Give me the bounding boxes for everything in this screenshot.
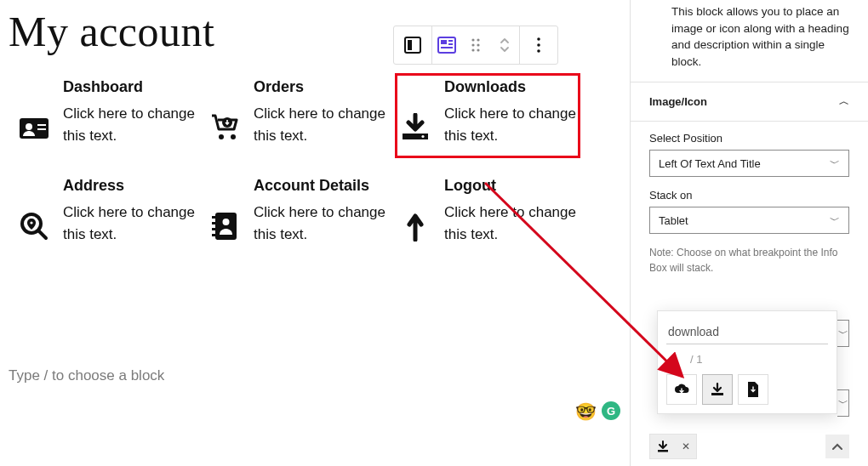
svg-point-24 <box>477 38 479 41</box>
map-search-icon <box>17 209 51 243</box>
info-box-desc: Click here to change this text. <box>63 202 196 247</box>
stack-on-value: Tablet <box>659 214 688 227</box>
info-box-title: Account Details <box>254 177 386 195</box>
info-box-dashboard[interactable]: Dashboard Click here to change this text… <box>17 78 196 148</box>
info-box-desc: Click here to change this text. <box>254 103 386 148</box>
info-box-title: Address <box>63 177 196 195</box>
selected-icon-row: ✕ <box>649 434 849 459</box>
chevron-down-icon: ﹀ <box>830 213 840 228</box>
panel-image-icon-header[interactable]: Image/Icon ︿ <box>631 82 868 122</box>
toolbar-infobox-button[interactable] <box>432 26 461 64</box>
select-position-value: Left Of Text And Title <box>659 157 761 170</box>
chevron-down-icon: ﹀ <box>830 156 840 171</box>
nerd-face-icon[interactable]: 🤓 <box>575 401 597 422</box>
cart-download-icon <box>208 111 242 145</box>
info-box-desc: Click here to change this text. <box>444 202 577 247</box>
download-icon <box>398 111 432 145</box>
info-box-title: Dashboard <box>63 78 196 96</box>
block-toolbar <box>393 26 558 65</box>
svg-point-31 <box>537 49 540 53</box>
icon-option-download[interactable] <box>702 374 733 405</box>
block-inserter-placeholder[interactable]: Type / to choose a block <box>9 367 164 384</box>
stack-on-dropdown[interactable]: Tablet ﹀ <box>649 207 849 234</box>
select-position-dropdown[interactable]: Left Of Text And Title ﹀ <box>649 150 849 177</box>
contact-book-icon <box>208 209 242 243</box>
remove-icon-button[interactable]: ✕ <box>676 434 696 459</box>
assistant-badges: 🤓 G <box>575 401 620 422</box>
info-box-logout[interactable]: Logout Click here to change this text. <box>398 177 577 247</box>
editor-canvas: My account Dashboard Click here to chang… <box>0 0 628 466</box>
svg-rect-20 <box>448 40 453 42</box>
svg-rect-12 <box>212 222 215 224</box>
svg-rect-14 <box>212 234 215 236</box>
icon-picker-pagination: / 1 <box>666 350 828 374</box>
svg-rect-32 <box>658 450 668 452</box>
selected-icon-chip: ✕ <box>649 434 697 459</box>
block-description: This block allows you to place an image … <box>631 0 868 82</box>
id-card-icon <box>17 111 51 145</box>
stack-on-label: Stack on <box>649 189 849 202</box>
svg-rect-11 <box>212 216 215 219</box>
info-box-desc: Click here to change this text. <box>63 103 196 148</box>
svg-rect-22 <box>441 47 453 48</box>
info-box-desc: Click here to change this text. <box>254 202 386 247</box>
svg-rect-10 <box>215 213 237 240</box>
svg-rect-2 <box>37 124 46 126</box>
svg-rect-16 <box>405 37 420 53</box>
svg-point-26 <box>477 43 479 46</box>
svg-point-9 <box>30 221 32 224</box>
chevron-down-icon: ﹀ <box>838 396 848 411</box>
svg-point-15 <box>223 219 230 225</box>
info-box-grid: Dashboard Click here to change this text… <box>17 78 620 246</box>
icon-option-file-download[interactable] <box>738 374 768 405</box>
stack-on-note: Note: Choose on what breakpoint the Info… <box>649 246 849 276</box>
panel-title: Image/Icon <box>649 95 707 108</box>
svg-point-5 <box>231 134 236 139</box>
info-box-downloads[interactable]: Downloads Click here to change this text… <box>397 75 579 156</box>
svg-rect-33 <box>711 393 723 395</box>
info-box-orders[interactable]: Orders Click here to change this text. <box>208 78 386 148</box>
svg-point-25 <box>471 43 474 46</box>
hidden-select-1[interactable]: ﹀ <box>837 320 849 347</box>
chevron-up-icon: ︿ <box>839 94 849 109</box>
svg-point-30 <box>537 43 540 47</box>
svg-rect-21 <box>448 43 453 45</box>
icon-option-cloud-download[interactable] <box>666 374 697 405</box>
info-box-title: Logout <box>444 177 577 195</box>
scroll-up-button[interactable] <box>825 435 849 458</box>
svg-point-4 <box>219 134 224 139</box>
info-box-address[interactable]: Address Click here to change this text. <box>17 177 196 247</box>
svg-rect-3 <box>37 128 46 130</box>
icon-search-input[interactable] <box>666 320 828 344</box>
info-box-desc: Click here to change this text. <box>444 103 577 148</box>
icon-picker-popover: / 1 <box>657 310 837 414</box>
toolbar-move-updown[interactable] <box>490 26 519 64</box>
svg-rect-19 <box>441 40 447 44</box>
select-position-label: Select Position <box>649 132 849 145</box>
svg-point-27 <box>471 48 474 51</box>
svg-point-7 <box>421 135 424 138</box>
svg-point-1 <box>26 123 32 130</box>
chevron-down-icon: ﹀ <box>838 327 848 341</box>
info-box-title: Orders <box>254 78 386 96</box>
info-box-account-details[interactable]: Account Details Click here to change thi… <box>208 177 386 247</box>
toolbar-more-button[interactable] <box>520 26 557 64</box>
svg-point-29 <box>537 37 540 41</box>
toolbar-drag-handle[interactable] <box>461 26 490 64</box>
svg-rect-17 <box>408 40 412 50</box>
hidden-select-2[interactable]: ﹀ <box>837 389 849 417</box>
svg-rect-13 <box>212 228 215 230</box>
info-box-title: Downloads <box>444 78 577 96</box>
arrow-up-icon <box>398 209 432 243</box>
toolbar-layout-button[interactable] <box>394 26 431 64</box>
svg-point-28 <box>477 48 479 51</box>
download-icon <box>650 434 676 459</box>
grammarly-icon[interactable]: G <box>602 401 620 420</box>
svg-point-23 <box>471 38 474 41</box>
